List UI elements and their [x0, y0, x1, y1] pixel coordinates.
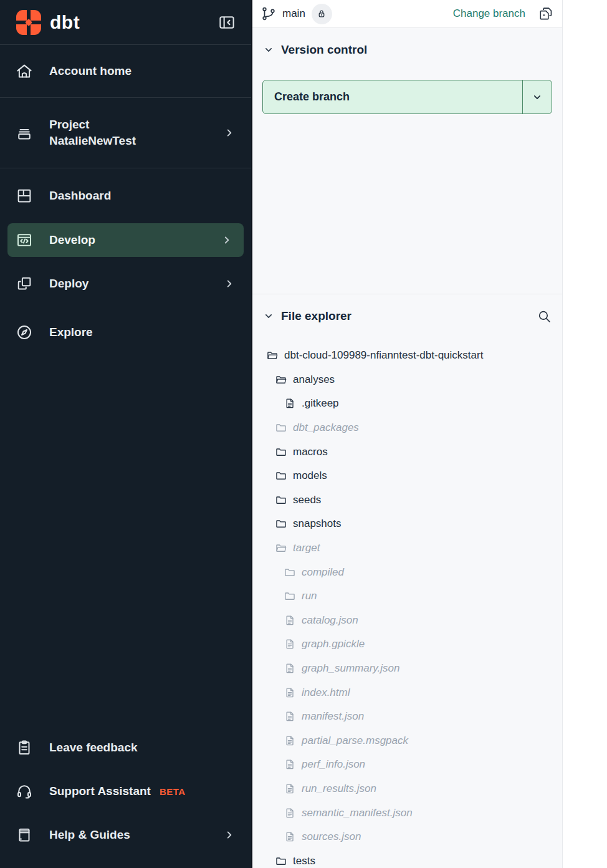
- folder-icon: [275, 446, 287, 458]
- sidebar-footer: Leave feedback Support Assistant BETA: [0, 726, 251, 868]
- folder-icon: [275, 494, 287, 506]
- sidebar: dbt Account home: [0, 0, 252, 868]
- tree-item-label: .gitkeep: [302, 397, 339, 410]
- file-icon: [284, 614, 296, 627]
- sidebar-item-help-guides[interactable]: Help & Guides: [0, 813, 251, 857]
- tree-item-file[interactable]: graph.gpickle: [252, 632, 562, 657]
- create-branch-button[interactable]: Create branch: [262, 80, 552, 114]
- folder-open-icon: [266, 349, 279, 362]
- sidebar-item-label: Deploy: [49, 276, 88, 292]
- file-explorer-section: File explorer dbt-cloud-109989-nfianntes…: [252, 294, 562, 868]
- tree-item-folder[interactable]: dbt_packages: [252, 416, 562, 440]
- sidebar-item-support-assistant[interactable]: Support Assistant BETA: [0, 769, 251, 813]
- file-icon: [284, 397, 296, 410]
- chevron-right-icon: [222, 828, 236, 842]
- tree-item-folder[interactable]: snapshots: [252, 512, 562, 536]
- git-branch-icon: [260, 6, 277, 22]
- book-icon: [15, 826, 34, 844]
- sidebar-item-label: Explore: [49, 324, 93, 340]
- chevron-right-icon: [222, 277, 236, 291]
- sidebar-item-deploy[interactable]: Deploy: [0, 257, 251, 311]
- sidebar-item-dashboard[interactable]: Dashboard: [0, 168, 251, 223]
- tree-item-file[interactable]: run_results.json: [252, 777, 562, 801]
- tree-item-folder[interactable]: tests: [252, 849, 562, 868]
- file-icon: [284, 735, 296, 747]
- home-icon: [15, 62, 34, 80]
- sidebar-item-project[interactable]: Project NatalieNewTest: [0, 98, 251, 168]
- beta-badge: BETA: [160, 786, 186, 797]
- sidebar-item-label: Develop: [49, 232, 95, 248]
- folder-icon: [284, 566, 296, 579]
- version-control-header[interactable]: Version control: [262, 38, 552, 62]
- tree-item-file[interactable]: catalog.json: [252, 609, 562, 633]
- sidebar-item-label: Dashboard: [49, 188, 111, 204]
- file-explorer-title: File explorer: [281, 309, 351, 323]
- chevron-right-icon: [220, 233, 234, 247]
- tree-item-folder[interactable]: models: [252, 464, 562, 488]
- tree-item-file[interactable]: .gitkeep: [252, 392, 562, 416]
- folder-icon: [275, 470, 287, 482]
- tree-item-file[interactable]: semantic_manifest.json: [252, 801, 562, 825]
- folder-icon: [284, 590, 296, 602]
- tree-item-label: sources.json: [302, 831, 361, 843]
- sidebar-item-account-home[interactable]: Account home: [0, 45, 251, 98]
- tree-item-file[interactable]: manifest.json: [252, 705, 562, 729]
- change-branch-link[interactable]: Change branch: [453, 7, 525, 20]
- collapse-sidebar-icon[interactable]: [217, 13, 236, 32]
- tree-item-label: run: [302, 590, 317, 602]
- branch-bar: main Change branch: [252, 0, 562, 28]
- tree-item-file[interactable]: graph_summary.json: [252, 657, 562, 681]
- branch-lock-badge: [312, 4, 332, 24]
- tree-item-folder[interactable]: run: [252, 584, 562, 609]
- ide-left-panel: main Change branch: [252, 0, 563, 868]
- file-icon: [284, 831, 296, 843]
- brand-wordmark: dbt: [50, 12, 80, 33]
- sidebar-item-explore[interactable]: Explore: [0, 311, 251, 354]
- sidebar-item-label: Project NatalieNewTest: [49, 117, 136, 148]
- tree-item-file[interactable]: perf_info.json: [252, 753, 562, 777]
- develop-icon: [15, 231, 34, 249]
- editor-area: [563, 0, 607, 868]
- deploy-icon: [15, 274, 34, 293]
- folder-icon: [275, 518, 287, 530]
- search-icon[interactable]: [537, 309, 552, 324]
- tree-item-folder[interactable]: macros: [252, 440, 562, 464]
- create-branch-caret[interactable]: [522, 80, 552, 113]
- tree-item-folder[interactable]: dbt-cloud-109989-nfianntest-dbt-quicksta…: [252, 344, 562, 368]
- folder-open-icon: [275, 542, 287, 554]
- file-icon: [284, 758, 296, 771]
- tree-item-label: perf_info.json: [302, 758, 365, 771]
- tree-item-file[interactable]: sources.json: [252, 825, 562, 849]
- sidebar-item-develop[interactable]: Develop: [7, 223, 244, 257]
- sidebar-item-label: Support Assistant: [49, 783, 151, 799]
- tree-item-folder[interactable]: analyses: [252, 368, 562, 392]
- sidebar-item-leave-feedback[interactable]: Leave feedback: [0, 726, 251, 769]
- version-control-title: Version control: [281, 43, 367, 57]
- version-control-section: Version control Create branch: [252, 28, 562, 294]
- logo-row: dbt: [0, 0, 251, 45]
- tree-item-label: run_results.json: [302, 783, 376, 795]
- tree-item-folder[interactable]: target: [252, 536, 562, 561]
- file-icon: [284, 687, 296, 699]
- copy-icon[interactable]: [538, 6, 554, 22]
- tree-item-folder[interactable]: compiled: [252, 560, 562, 584]
- file-icon: [284, 662, 296, 675]
- tree-item-file[interactable]: index.html: [252, 680, 562, 705]
- file-explorer-header[interactable]: File explorer: [262, 306, 552, 327]
- tree-item-label: compiled: [302, 566, 344, 579]
- folder-open-icon: [275, 374, 287, 386]
- tree-item-file[interactable]: partial_parse.msgpack: [252, 729, 562, 753]
- folder-icon: [275, 855, 287, 867]
- explore-compass-icon: [15, 323, 34, 342]
- chevron-down-icon[interactable]: [262, 310, 275, 322]
- file-icon: [284, 807, 296, 819]
- tree-item-folder[interactable]: seeds: [252, 488, 562, 513]
- tree-item-label: target: [293, 542, 320, 554]
- tree-item-label: tests: [293, 855, 315, 867]
- tree-item-label: analyses: [293, 374, 335, 386]
- file-icon: [284, 710, 296, 723]
- chevron-down-icon[interactable]: [262, 44, 275, 56]
- tree-item-label: graph_summary.json: [302, 662, 399, 675]
- sidebar-item-label: Account home: [49, 63, 131, 79]
- tree-item-label: partial_parse.msgpack: [302, 735, 408, 747]
